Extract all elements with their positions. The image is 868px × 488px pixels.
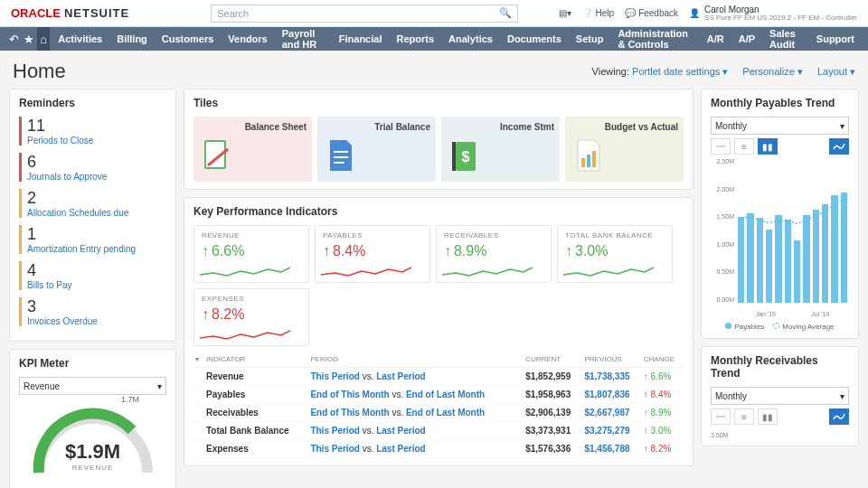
kpi-table: ▾ INDICATOR PERIOD CURRENT PREVIOUS CHAN… — [193, 352, 684, 458]
viewing-control[interactable]: Viewing: Portlet date settings ▾ — [592, 66, 729, 78]
nav-support[interactable]: Support — [810, 27, 861, 51]
search-icon[interactable]: 🔍 — [499, 7, 512, 19]
table-row[interactable]: ReceivablesEnd of This Month vs. End of … — [193, 404, 684, 422]
main-nav: ↶ ★ ⌂ Activities Billing Customers Vendo… — [0, 27, 868, 51]
svg-rect-3 — [334, 156, 348, 158]
svg-rect-6 — [452, 142, 456, 171]
chart-type-list-icon[interactable]: ≡ — [734, 138, 754, 155]
tiles-card: Tiles Balance Sheet Trial Balance Income… — [184, 89, 693, 190]
nav-reports[interactable]: Reports — [390, 27, 440, 51]
feedback-link[interactable]: 💬Feedback — [625, 8, 678, 18]
reminders-title: Reminders — [19, 97, 166, 109]
chart-type-area-icon[interactable]: 〰 — [711, 138, 731, 155]
app-header: ORACLE NETSUITE Search 🔍 ▤▾ ❔Help 💬Feedb… — [0, 0, 868, 27]
nav-admin[interactable]: Administration & Controls — [611, 27, 698, 51]
nav-setup[interactable]: Setup — [570, 27, 610, 51]
user-name: Carol Morgan — [704, 5, 857, 14]
layout-link[interactable]: Layout ▾ — [817, 66, 855, 78]
nav-star-icon[interactable]: ★ — [22, 27, 34, 51]
reminder-item[interactable]: 6Journals to Approve — [19, 153, 166, 182]
table-row[interactable]: PayablesEnd of This Month vs. End of Las… — [193, 386, 684, 404]
personalize-link[interactable]: Personalize ▾ — [742, 66, 803, 78]
page-title: Home — [13, 60, 66, 83]
chart-type-bar-icon[interactable]: ▮▮ — [758, 408, 778, 425]
nav-analytics[interactable]: Analytics — [442, 27, 499, 51]
receivables-trend-card: Monthly Receivables Trend Monthly▾ 〰 ≡ ▮… — [701, 346, 859, 446]
nav-payroll[interactable]: Payroll and HR — [276, 27, 331, 51]
reminder-item[interactable]: 3Invoices Overdue — [19, 297, 166, 326]
tiles-title: Tiles — [193, 97, 684, 109]
chart-type-bar-icon[interactable]: ▮▮ — [758, 138, 778, 155]
svg-rect-2 — [334, 151, 348, 153]
tile-income-stmt[interactable]: Income Stmt$ — [441, 117, 560, 182]
tile-balance-sheet[interactable]: Balance Sheet — [193, 117, 312, 182]
nav-back-icon[interactable]: ↶ — [7, 27, 20, 51]
search-input[interactable]: Search 🔍 — [211, 5, 518, 23]
nav-documents[interactable]: Documents — [501, 27, 568, 51]
nav-home-icon[interactable]: ⌂ — [37, 27, 50, 51]
receivables-trend-title: Monthly Receivables Trend — [711, 354, 849, 380]
table-row[interactable]: ExpensesThis Period vs. Last Period$1,57… — [193, 440, 684, 458]
kpi-meter-title: KPI Meter — [19, 357, 166, 370]
chart-type-list-icon[interactable]: ≡ — [734, 408, 754, 425]
payables-trend-card: Monthly Payables Trend Monthly▾ 〰 ≡ ▮▮ 2… — [701, 89, 859, 339]
table-row[interactable]: RevenueThis Period vs. Last Period$1,852… — [193, 368, 684, 386]
avatar-icon: 👤 — [689, 8, 700, 18]
nav-vendors[interactable]: Vendors — [222, 27, 273, 51]
tile-trial-balance[interactable]: Trial Balance — [317, 117, 436, 182]
chart-type-area-icon[interactable]: 〰 — [711, 408, 731, 425]
logo-oracle: ORACLE — [11, 6, 61, 20]
reminder-item[interactable]: 1Amortization Entry pending — [19, 225, 166, 254]
nav-ap[interactable]: A/P — [732, 27, 761, 51]
nav-ar[interactable]: A/R — [701, 27, 731, 51]
kpi-tile[interactable]: REVENUE↑ 6.6% — [193, 225, 309, 283]
svg-rect-9 — [587, 155, 590, 167]
svg-rect-8 — [581, 158, 585, 167]
receivables-ylabel: 3.50M — [711, 428, 849, 438]
nav-customers[interactable]: Customers — [156, 27, 220, 51]
chart-refresh-icon[interactable] — [829, 408, 849, 425]
gauge-mid: 1.7M — [121, 395, 139, 404]
payables-period-select[interactable]: Monthly▾ — [711, 117, 849, 135]
kpi-tile[interactable]: TOTAL BANK BALANCE↑ 3.0% — [557, 225, 673, 283]
kpi-tile[interactable]: PAYABLES↑ 8.4% — [315, 225, 430, 283]
reminder-item[interactable]: 4Bills to Pay — [19, 261, 166, 290]
svg-rect-4 — [334, 162, 344, 164]
kpi-card: Key Performance Indicators REVENUE↑ 6.6%… — [184, 197, 693, 466]
reminder-item[interactable]: 11Periods to Close — [19, 117, 166, 145]
nav-financial[interactable]: Financial — [333, 27, 389, 51]
gauge: $1.9M REVENUE 0 1.7M 2.6M — [19, 395, 166, 488]
svg-rect-10 — [592, 151, 596, 167]
user-role: SS Pure FF EM US 2019.2 - FF EM - Contro… — [704, 14, 857, 23]
nav-sales-audit[interactable]: Sales Audit — [763, 27, 808, 51]
chart-refresh-icon[interactable] — [829, 138, 849, 155]
kpi-tile[interactable]: EXPENSES↑ 8.2% — [193, 288, 309, 346]
reminders-card: Reminders 11Periods to Close6Journals to… — [9, 89, 176, 342]
apps-icon[interactable]: ▤▾ — [559, 8, 571, 18]
search-placeholder: Search — [217, 8, 249, 19]
kpi-title: Key Performance Indicators — [193, 205, 684, 218]
nav-activities[interactable]: Activities — [52, 27, 108, 51]
kpi-meter-card: KPI Meter Revenue▾ $1.9M REVENUE 0 1.7M … — [9, 349, 176, 488]
table-row[interactable]: Total Bank BalanceThis Period vs. Last P… — [193, 422, 684, 440]
logo-netsuite: NETSUITE — [64, 6, 129, 20]
kpi-meter-select[interactable]: Revenue▾ — [19, 377, 166, 395]
tile-budget-vs-actual[interactable]: Budget vs Actual — [565, 117, 684, 182]
payables-trend-title: Monthly Payables Trend — [711, 97, 849, 109]
help-link[interactable]: ❔Help — [582, 8, 615, 18]
payables-bar-chart: 2.50M2.00M1.50M1.00M0.50M0.00M Jan '19Ju… — [711, 158, 849, 321]
receivables-period-select[interactable]: Monthly▾ — [711, 387, 849, 405]
logo[interactable]: ORACLE NETSUITE — [11, 6, 129, 20]
user-menu[interactable]: 👤 Carol Morgan SS Pure FF EM US 2019.2 -… — [689, 5, 857, 23]
reminder-item[interactable]: 2Allocation Schedules due — [19, 189, 166, 218]
nav-billing[interactable]: Billing — [110, 27, 154, 51]
svg-text:$: $ — [462, 149, 470, 164]
kpi-tile[interactable]: RECEIVABLES↑ 8.9% — [436, 225, 552, 283]
